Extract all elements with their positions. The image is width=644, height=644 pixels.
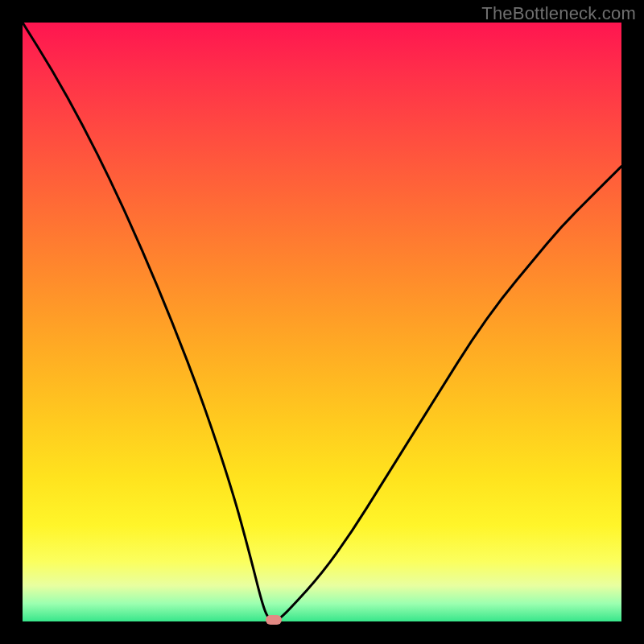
bottleneck-curve: [23, 23, 621, 621]
watermark-text: TheBottleneck.com: [481, 3, 636, 24]
minimum-marker: [266, 615, 282, 625]
plot-area: [23, 23, 621, 621]
chart-frame: TheBottleneck.com: [0, 0, 644, 644]
